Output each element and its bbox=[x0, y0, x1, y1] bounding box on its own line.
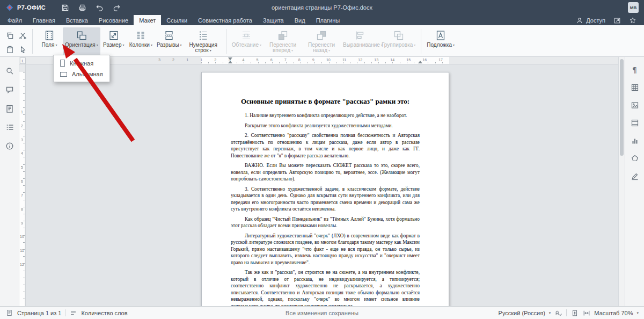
ruler-number: 15 bbox=[406, 58, 411, 62]
dropdown-caret-icon: ▾ bbox=[414, 44, 415, 47]
menu-tab[interactable]: Вид bbox=[289, 15, 311, 25]
access-button[interactable]: Доступ bbox=[575, 16, 605, 24]
toolbar-send-backward-button: Перенести назад▾ bbox=[302, 27, 341, 55]
left-indent-marker[interactable] bbox=[228, 61, 232, 63]
toolbar-button-label: Подложка▾ bbox=[427, 42, 455, 48]
toolbar-columns-button[interactable]: Колонки▾ bbox=[127, 27, 155, 55]
document-body: 1. Наличие внутреннего конфликта определ… bbox=[231, 112, 420, 319]
menu-tab[interactable]: Совместная работа bbox=[193, 15, 258, 25]
user-avatar[interactable]: МВ bbox=[628, 2, 639, 13]
watermark-icon bbox=[435, 29, 446, 41]
toolbar-breaks-button[interactable]: Разрывы▾ bbox=[155, 27, 184, 55]
first-line-indent-marker[interactable] bbox=[228, 57, 232, 60]
quick-access-toolbar bbox=[61, 3, 121, 12]
menu-tab[interactable]: Защита bbox=[258, 15, 289, 25]
orientation-label: Ориентация bbox=[65, 42, 96, 48]
about-icon[interactable] bbox=[4, 141, 15, 151]
search-icon[interactable] bbox=[4, 66, 15, 76]
zoom-chevron-icon[interactable]: ▾ bbox=[636, 311, 639, 315]
favorites-star-icon[interactable] bbox=[628, 16, 636, 24]
ruler-number: 3 bbox=[21, 138, 23, 142]
toolbar-button-label: Колонки▾ bbox=[129, 42, 152, 48]
menu-tab[interactable]: Файл bbox=[2, 15, 27, 25]
ruler-number: 2 bbox=[172, 58, 174, 62]
ruler-number: 4 bbox=[242, 58, 244, 62]
print-icon[interactable] bbox=[78, 3, 86, 12]
scrollbar-thumb[interactable] bbox=[620, 59, 624, 156]
toolbar-margins-button[interactable]: Поля▾ bbox=[36, 27, 63, 55]
document-heading: Основные принятые в формате "рассказ" ра… bbox=[231, 97, 420, 106]
right-sidebar: ¶ bbox=[625, 57, 644, 306]
paste-icon[interactable] bbox=[4, 44, 15, 55]
menu-bar: ФайлГлавнаяВставкаРисованиеМакетСсылкиСо… bbox=[0, 15, 644, 25]
header-footer-settings-icon[interactable] bbox=[630, 118, 640, 128]
open-location-icon[interactable] bbox=[613, 16, 621, 24]
dropdown-caret-icon: ▾ bbox=[291, 49, 293, 52]
signature-settings-icon[interactable] bbox=[630, 171, 640, 182]
wrapping-label: Обтекание bbox=[232, 42, 259, 48]
titlebar: Р7-ОФИС ориентация страницы Р7-Офис.docx… bbox=[0, 0, 644, 15]
save-status: Все изменения сохранены bbox=[286, 310, 358, 316]
document-paragraph: Так же как и "рассказ", он строится не н… bbox=[231, 269, 420, 309]
toolbar-size-button[interactable]: Размер▾ bbox=[100, 27, 127, 55]
undo-icon[interactable] bbox=[95, 3, 104, 12]
fit-page-icon[interactable] bbox=[570, 309, 579, 317]
menu-tab[interactable]: Рисование bbox=[93, 15, 134, 25]
orientation-option-landscape[interactable]: Альбомная bbox=[54, 69, 109, 79]
fit-width-icon[interactable] bbox=[582, 309, 590, 317]
document-page[interactable]: Основные принятые в формате "рассказ" ра… bbox=[201, 72, 449, 319]
toolbar-orientation-button[interactable]: Ориентация▾ bbox=[63, 27, 100, 55]
navigation-icon[interactable] bbox=[4, 122, 15, 133]
orientation-option-label: Книжная bbox=[70, 60, 93, 67]
line-numbers-label: Нумерация строк bbox=[189, 42, 217, 53]
redo-icon[interactable] bbox=[112, 3, 121, 12]
document-paragraph: Раскрытие этого конфликта реализуется ху… bbox=[231, 122, 420, 129]
menu-right: Доступ bbox=[575, 15, 644, 25]
chevron-down-icon[interactable]: ▾ bbox=[549, 311, 551, 315]
language-selector[interactable]: Русский (Россия) bbox=[499, 310, 545, 316]
spellcheck-icon[interactable] bbox=[554, 309, 562, 317]
line-numbers-icon bbox=[198, 29, 209, 41]
menu-tab[interactable]: Плагины bbox=[311, 15, 346, 25]
save-icon[interactable] bbox=[61, 3, 69, 12]
vertical-ruler[interactable]: 123456789101112 bbox=[19, 64, 26, 306]
document-title: ориентация страницы Р7-Офис.docx bbox=[161, 4, 483, 11]
toolbar-separator bbox=[226, 29, 226, 54]
ruler-number: 12 bbox=[358, 58, 362, 62]
menu-tab[interactable]: Макет bbox=[134, 15, 161, 25]
toolbar-align-button: Выравнивание▾ bbox=[341, 27, 379, 55]
word-count-label[interactable]: Количество слов bbox=[81, 310, 127, 316]
table-settings-icon[interactable] bbox=[630, 82, 640, 93]
ruler-number: 10 bbox=[326, 58, 331, 62]
shape-settings-icon[interactable] bbox=[630, 153, 640, 164]
left-sidebar bbox=[0, 57, 19, 306]
right-indent-marker[interactable] bbox=[418, 61, 422, 63]
chart-settings-icon[interactable] bbox=[630, 135, 640, 146]
dropdown-caret-icon: ▾ bbox=[122, 44, 124, 47]
bring-forward-icon bbox=[277, 29, 288, 41]
menu-tab[interactable]: Главная bbox=[27, 15, 61, 25]
breaks-label: Разрывы bbox=[157, 42, 179, 48]
menu-tab[interactable]: Ссылки bbox=[161, 15, 193, 25]
toolbar-button-label: Поля▾ bbox=[42, 42, 57, 48]
cut-icon[interactable] bbox=[17, 30, 28, 41]
page-info[interactable]: Страница 1 из 1 bbox=[17, 310, 61, 316]
orientation-option-portrait[interactable]: Книжная bbox=[54, 57, 109, 69]
portrait-page-icon bbox=[60, 60, 65, 67]
image-settings-icon[interactable] bbox=[630, 100, 640, 111]
zoom-label[interactable]: Масштаб 70% bbox=[594, 310, 633, 316]
tab-stop-selector[interactable]: L bbox=[20, 57, 26, 64]
copy-icon[interactable] bbox=[4, 30, 15, 41]
paragraph-settings-icon[interactable]: ¶ bbox=[630, 64, 640, 75]
menu-tab[interactable]: Вставка bbox=[61, 15, 93, 25]
toolbar-watermark-button[interactable]: Подложка▾ bbox=[425, 27, 457, 55]
vertical-scrollbar[interactable] bbox=[618, 57, 625, 306]
ruler-number: 11 bbox=[20, 249, 24, 252]
select-all-icon[interactable] bbox=[17, 44, 28, 55]
send-backward-icon bbox=[316, 29, 327, 41]
comments-icon[interactable] bbox=[4, 84, 15, 95]
toolbar-line-numbers-button[interactable]: Нумерация строк▾ bbox=[184, 27, 223, 55]
dropdown-caret-icon: ▾ bbox=[151, 44, 152, 47]
feedback-icon[interactable] bbox=[4, 103, 15, 114]
ruler-number: 16 bbox=[422, 58, 427, 62]
